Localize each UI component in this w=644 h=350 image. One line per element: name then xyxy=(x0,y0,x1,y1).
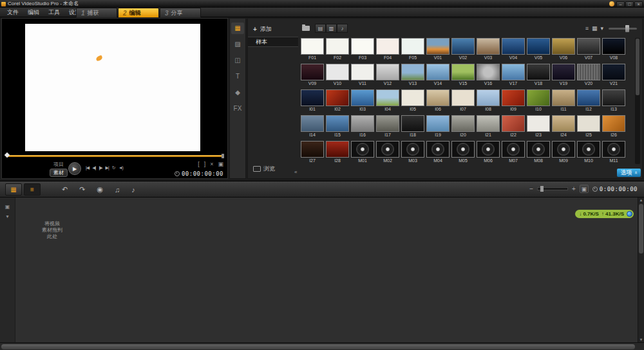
collapse-panel-icon[interactable]: « xyxy=(294,169,297,175)
timeline-hscroll-thumb[interactable] xyxy=(1,344,635,349)
filter-icon[interactable]: FX xyxy=(231,103,244,115)
sound-mixer-button[interactable]: ♫ xyxy=(115,186,120,194)
timeline-zoom-slider[interactable] xyxy=(537,187,568,190)
library-item[interactable]: V02 xyxy=(451,38,475,64)
graphic-icon[interactable]: ◆ xyxy=(231,87,244,98)
library-item[interactable]: I23 xyxy=(527,115,550,141)
thumbnail-view-icon[interactable]: ▦ xyxy=(592,25,598,32)
library-item[interactable]: V16 xyxy=(477,64,500,89)
library-item[interactable]: V11 xyxy=(351,64,374,89)
minimize-button[interactable]: – xyxy=(616,1,625,7)
menu-item[interactable]: 文件 xyxy=(3,8,23,17)
library-item[interactable]: V06 xyxy=(552,38,575,64)
thumbnail-size-slider[interactable] xyxy=(609,28,637,30)
library-item[interactable]: M10 xyxy=(577,141,600,167)
storyboard-view-button[interactable]: ▦ xyxy=(5,183,22,196)
library-item[interactable]: V21 xyxy=(602,64,625,89)
instant-project-icon[interactable]: ▨ xyxy=(231,39,244,50)
library-item[interactable]: I05 xyxy=(401,89,424,115)
library-item[interactable]: I27 xyxy=(301,141,324,167)
library-item[interactable]: I11 xyxy=(552,89,575,115)
library-item[interactable]: I18 xyxy=(401,115,424,141)
show-photo-icon[interactable]: ▥ xyxy=(326,24,337,33)
play-button[interactable]: ▶ xyxy=(68,162,81,175)
thumbnail-size-slider-handle[interactable] xyxy=(625,25,629,32)
library-item[interactable]: V19 xyxy=(552,64,575,89)
library-item[interactable]: I17 xyxy=(376,115,399,141)
library-item[interactable]: I06 xyxy=(426,89,450,115)
library-item[interactable]: M11 xyxy=(602,141,625,167)
library-item[interactable]: V17 xyxy=(502,64,525,89)
library-item[interactable]: M09 xyxy=(552,141,575,167)
project-toggle-button[interactable]: 项目 xyxy=(50,161,68,168)
overlay-tray-icon[interactable] xyxy=(609,1,614,6)
timeline-vscroll-thumb[interactable] xyxy=(639,204,643,253)
library-item[interactable]: I28 xyxy=(326,141,349,167)
snapshot-button[interactable]: ▣ xyxy=(218,161,223,167)
title-icon[interactable]: T xyxy=(231,71,244,82)
library-item[interactable]: M03 xyxy=(401,141,424,167)
library-item[interactable]: I02 xyxy=(326,89,349,115)
library-item[interactable]: F01 xyxy=(301,38,324,64)
sort-icon[interactable]: ▾ xyxy=(600,25,603,32)
library-item[interactable]: I12 xyxy=(577,89,600,115)
library-item[interactable]: V10 xyxy=(326,64,349,89)
library-item[interactable]: I14 xyxy=(301,115,324,141)
library-item[interactable]: F05 xyxy=(401,38,424,64)
mark-out-button[interactable]: ] xyxy=(204,161,206,167)
library-item[interactable]: I24 xyxy=(552,115,575,141)
library-item[interactable]: V03 xyxy=(477,38,500,64)
trim-end-handle[interactable] xyxy=(222,154,224,158)
library-item[interactable]: M08 xyxy=(527,141,550,167)
track-options-icon[interactable]: ▾ xyxy=(6,214,8,219)
options-button[interactable]: 选项 « xyxy=(617,169,641,177)
step-tab-2[interactable]: 2编辑 xyxy=(118,8,159,17)
library-item[interactable]: I25 xyxy=(577,115,600,141)
library-item[interactable]: I03 xyxy=(351,89,374,115)
prev-frame-button[interactable]: ◀| xyxy=(92,165,95,170)
library-item[interactable]: V08 xyxy=(602,38,625,64)
library-item[interactable]: V09 xyxy=(301,64,324,89)
library-item[interactable]: I20 xyxy=(451,115,475,141)
library-item[interactable]: V05 xyxy=(527,38,550,64)
volume-button[interactable]: ◄) xyxy=(118,165,123,170)
library-item[interactable]: M01 xyxy=(351,141,374,167)
home-button[interactable]: |◀ xyxy=(86,165,89,170)
library-item[interactable]: I15 xyxy=(326,115,349,141)
library-item[interactable]: I08 xyxy=(477,89,500,115)
gallery-scrollbar-thumb[interactable] xyxy=(636,39,639,95)
fit-project-button[interactable]: ▣ xyxy=(580,185,589,193)
end-button[interactable]: ▶| xyxy=(106,165,109,170)
library-item[interactable]: V15 xyxy=(451,64,475,89)
maximize-button[interactable]: □ xyxy=(625,1,634,7)
zoom-in-button[interactable]: + xyxy=(572,185,576,192)
library-item[interactable]: V20 xyxy=(577,64,600,89)
timeline-area[interactable]: ▣ ▾ 将视频 素材拖到 此处 ↓ 0.7K/S ↑ 41.3K/S ▲ ▼ xyxy=(0,198,644,342)
library-item[interactable]: F02 xyxy=(326,38,349,64)
timeline-horizontal-scrollbar[interactable] xyxy=(0,342,644,350)
undo-button[interactable]: ↶ xyxy=(62,185,68,194)
library-item[interactable]: V07 xyxy=(577,38,600,64)
timeline-vertical-scrollbar[interactable]: ▲ ▼ xyxy=(638,198,644,342)
library-item[interactable]: F04 xyxy=(376,38,399,64)
browse-button[interactable]: 浏览 xyxy=(253,165,275,173)
timeline-zoom-slider-handle[interactable] xyxy=(540,186,544,192)
redo-button[interactable]: ↷ xyxy=(79,185,85,194)
clip-toggle-button[interactable]: 素材 xyxy=(50,169,68,177)
library-item[interactable]: I21 xyxy=(477,115,500,141)
library-item[interactable]: V04 xyxy=(502,38,525,64)
add-folder-button[interactable]: + 添加 xyxy=(253,25,272,33)
library-item[interactable]: I01 xyxy=(301,89,324,115)
library-item[interactable]: I04 xyxy=(376,89,399,115)
scroll-up-icon[interactable]: ▲ xyxy=(638,198,644,202)
library-item[interactable]: I19 xyxy=(426,115,450,141)
library-item[interactable]: F03 xyxy=(351,38,374,64)
next-frame-button[interactable]: |▶ xyxy=(99,165,102,170)
library-item[interactable]: I16 xyxy=(351,115,374,141)
library-item[interactable]: I22 xyxy=(502,115,525,141)
library-item[interactable]: M05 xyxy=(451,141,475,167)
show-video-icon[interactable]: ▤ xyxy=(315,24,326,33)
split-clip-button[interactable]: × xyxy=(210,161,213,167)
library-item[interactable]: I09 xyxy=(502,89,525,115)
library-item[interactable]: M02 xyxy=(376,141,399,167)
